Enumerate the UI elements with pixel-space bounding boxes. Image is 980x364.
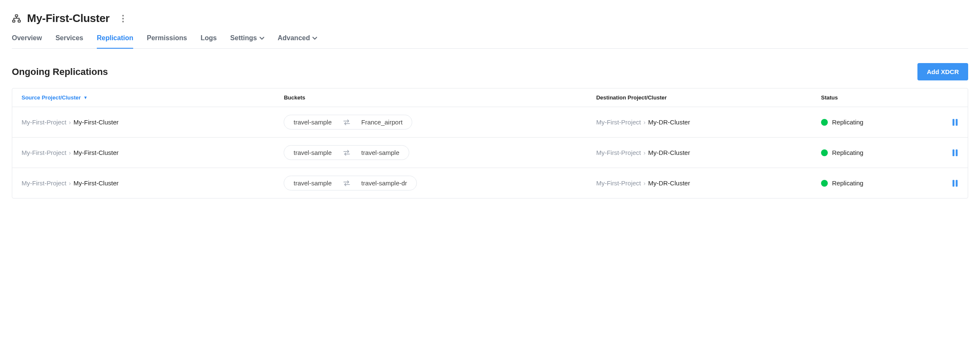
add-xdcr-button[interactable]: Add XDCR [917, 63, 968, 80]
bucket-destination: France_airport [361, 119, 403, 126]
tab-settings[interactable]: Settings [230, 34, 264, 49]
status-text: Replicating [832, 119, 863, 126]
bucket-pill: travel-sampleFrance_airport [284, 115, 412, 130]
status-indicator-icon [821, 149, 828, 156]
sort-caret-down-icon: ▼ [83, 95, 88, 100]
page-header: My-First-Cluster [12, 12, 968, 25]
swap-horizontal-icon [343, 119, 350, 125]
bucket-source: travel-sample [293, 149, 331, 156]
tab-overview[interactable]: Overview [12, 34, 42, 49]
buckets-cell: travel-sampletravel-sample [284, 145, 596, 160]
source-path: My-First-Project›My-First-Cluster [22, 119, 284, 126]
svg-rect-7 [956, 119, 958, 126]
more-menu-button[interactable] [118, 14, 128, 24]
destination-cluster: My-DR-Cluster [648, 149, 690, 156]
svg-rect-11 [956, 180, 958, 187]
status-cell: Replicating [821, 119, 958, 126]
source-project: My-First-Project [22, 119, 66, 126]
cluster-icon [12, 14, 21, 23]
section-title: Ongoing Replications [12, 66, 108, 77]
page-title: My-First-Cluster [27, 12, 109, 25]
column-header-status: Status [821, 94, 958, 101]
table-header: Source Project/Cluster ▼ Buckets Destina… [12, 88, 968, 107]
source-cluster: My-First-Cluster [74, 119, 119, 126]
svg-rect-10 [953, 180, 955, 187]
table-body: My-First-Project›My-First-Clustertravel-… [12, 107, 968, 198]
source-cluster: My-First-Cluster [74, 149, 119, 156]
section-header: Ongoing Replications Add XDCR [12, 63, 968, 80]
bucket-destination: travel-sample-dr [361, 179, 407, 187]
source-path: My-First-Project›My-First-Cluster [22, 149, 284, 156]
status-text: Replicating [832, 149, 863, 156]
svg-rect-1 [13, 20, 15, 22]
source-path: My-First-Project›My-First-Cluster [22, 179, 284, 187]
table-row: My-First-Project›My-First-Clustertravel-… [12, 168, 968, 198]
breadcrumb-separator-icon: › [643, 179, 646, 187]
svg-rect-9 [956, 149, 958, 156]
chevron-down-icon [312, 35, 317, 41]
pause-button[interactable] [952, 119, 958, 126]
column-header-label: Source Project/Cluster [22, 94, 81, 101]
source-project: My-First-Project [22, 179, 66, 187]
destination-path: My-First-Project›My-DR-Cluster [596, 179, 821, 187]
pause-button[interactable] [952, 179, 958, 187]
more-vertical-icon [122, 15, 124, 22]
chevron-down-icon [260, 35, 264, 41]
destination-path: My-First-Project›My-DR-Cluster [596, 149, 821, 156]
bucket-source: travel-sample [293, 179, 331, 187]
destination-cluster: My-DR-Cluster [648, 119, 690, 126]
tab-advanced[interactable]: Advanced [278, 34, 317, 49]
breadcrumb-separator-icon: › [643, 149, 646, 156]
status-indicator-icon [821, 119, 828, 126]
column-header-destination: Destination Project/Cluster [596, 94, 821, 101]
status-text: Replicating [832, 179, 863, 187]
bucket-pill: travel-sampletravel-sample [284, 145, 409, 160]
swap-horizontal-icon [343, 180, 350, 186]
destination-project: My-First-Project [596, 119, 641, 126]
breadcrumb-separator-icon: › [69, 179, 71, 187]
tab-services[interactable]: Services [55, 34, 83, 49]
destination-cluster: My-DR-Cluster [648, 179, 690, 187]
svg-point-5 [122, 21, 124, 22]
svg-point-3 [122, 15, 124, 17]
swap-horizontal-icon [343, 150, 350, 156]
breadcrumb-separator-icon: › [69, 149, 71, 156]
column-header-buckets: Buckets [284, 94, 596, 101]
destination-project: My-First-Project [596, 179, 641, 187]
destination-path: My-First-Project›My-DR-Cluster [596, 119, 821, 126]
destination-project: My-First-Project [596, 149, 641, 156]
replications-table: Source Project/Cluster ▼ Buckets Destina… [12, 88, 968, 199]
bucket-destination: travel-sample [361, 149, 400, 156]
svg-point-4 [122, 18, 124, 19]
pause-button[interactable] [952, 149, 958, 157]
bucket-source: travel-sample [293, 119, 331, 126]
svg-rect-2 [18, 20, 20, 22]
buckets-cell: travel-sampleFrance_airport [284, 115, 596, 130]
svg-rect-6 [953, 119, 955, 126]
source-project: My-First-Project [22, 149, 66, 156]
tab-permissions[interactable]: Permissions [147, 34, 187, 49]
tab-logs[interactable]: Logs [200, 34, 216, 49]
source-cluster: My-First-Cluster [74, 179, 119, 187]
svg-rect-8 [953, 149, 955, 156]
breadcrumb-separator-icon: › [69, 119, 71, 126]
status-cell: Replicating [821, 149, 958, 157]
svg-rect-0 [15, 14, 18, 17]
breadcrumb-separator-icon: › [643, 119, 646, 126]
status-indicator-icon [821, 180, 828, 187]
tab-bar: OverviewServicesReplicationPermissionsLo… [12, 34, 968, 49]
bucket-pill: travel-sampletravel-sample-dr [284, 176, 416, 190]
status-cell: Replicating [821, 179, 958, 187]
table-row: My-First-Project›My-First-Clustertravel-… [12, 107, 968, 138]
buckets-cell: travel-sampletravel-sample-dr [284, 176, 596, 190]
table-row: My-First-Project›My-First-Clustertravel-… [12, 138, 968, 168]
column-header-source[interactable]: Source Project/Cluster ▼ [22, 94, 284, 101]
tab-replication[interactable]: Replication [97, 34, 133, 49]
